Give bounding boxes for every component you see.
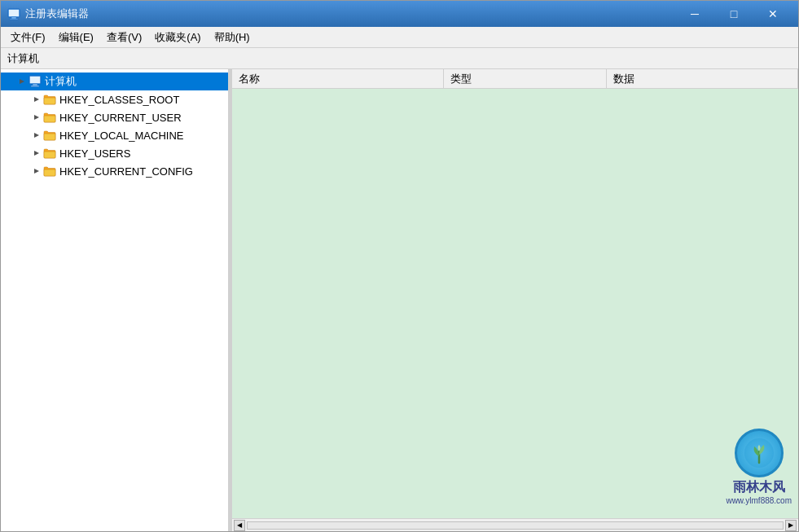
content-area[interactable]: 雨林木风 www.ylmf888.com bbox=[232, 89, 798, 518]
column-headers: 名称 类型 数据 bbox=[232, 69, 798, 89]
menu-view[interactable]: 查看(V) bbox=[100, 28, 148, 47]
tree-item-classes-root[interactable]: HKEY_CLASSES_ROOT bbox=[1, 90, 228, 108]
tree-expand-current-config[interactable] bbox=[30, 165, 43, 178]
minimize-button[interactable]: ─ bbox=[676, 3, 713, 24]
svg-rect-7 bbox=[33, 84, 37, 86]
folder-icon-classes-root bbox=[43, 93, 56, 106]
title-bar-controls: ─ □ ✕ bbox=[676, 3, 792, 24]
tree-expand-users[interactable] bbox=[30, 147, 43, 160]
folder-icon-local-machine bbox=[43, 129, 56, 142]
computer-icon bbox=[29, 75, 42, 88]
watermark-text-main: 雨林木风 bbox=[733, 479, 785, 496]
folder-icon-current-user bbox=[43, 111, 56, 124]
svg-marker-13 bbox=[34, 169, 39, 174]
col-header-type[interactable]: 类型 bbox=[444, 69, 607, 88]
svg-rect-2 bbox=[10, 19, 18, 20]
tree-item-current-config[interactable]: HKEY_CURRENT_CONFIG bbox=[1, 162, 228, 180]
main-content: 计算机 HKEY_CLASSES_ROOT bbox=[1, 69, 798, 531]
scroll-left-arrow[interactable]: ◀ bbox=[234, 520, 245, 531]
tree-item-root[interactable]: 计算机 bbox=[1, 73, 228, 90]
h-scrollbar[interactable]: ◀ ▶ bbox=[232, 518, 798, 531]
right-panel: 名称 类型 数据 bbox=[232, 69, 798, 531]
tree-label-local-machine: HKEY_LOCAL_MACHINE bbox=[59, 130, 183, 142]
scroll-right-arrow[interactable]: ▶ bbox=[785, 520, 797, 531]
folder-icon-users bbox=[43, 147, 56, 160]
address-text: 计算机 bbox=[7, 51, 39, 66]
scroll-track[interactable] bbox=[247, 521, 784, 530]
tree-label-current-config: HKEY_CURRENT_CONFIG bbox=[59, 165, 193, 178]
folder-icon-current-config bbox=[43, 165, 56, 178]
tree-label-current-user: HKEY_CURRENT_USER bbox=[59, 112, 182, 124]
col-header-name[interactable]: 名称 bbox=[232, 69, 444, 88]
svg-marker-11 bbox=[34, 133, 39, 138]
svg-marker-12 bbox=[34, 151, 39, 156]
menu-favorites[interactable]: 收藏夹(A) bbox=[148, 28, 207, 47]
app-icon bbox=[7, 7, 20, 20]
svg-rect-3 bbox=[9, 10, 19, 16]
tree-expand-classes-root[interactable] bbox=[30, 93, 43, 106]
title-bar: 注册表编辑器 ─ □ ✕ bbox=[1, 1, 798, 27]
maximize-button[interactable]: □ bbox=[715, 3, 753, 24]
watermark: 雨林木风 www.ylmf888.com bbox=[726, 429, 792, 505]
tree-item-users[interactable]: HKEY_USERS bbox=[1, 144, 228, 162]
svg-rect-6 bbox=[30, 77, 40, 83]
tree-label-classes-root: HKEY_CLASSES_ROOT bbox=[59, 94, 179, 106]
tree-panel: 计算机 HKEY_CLASSES_ROOT bbox=[1, 69, 229, 531]
svg-marker-4 bbox=[20, 79, 24, 84]
col-header-data[interactable]: 数据 bbox=[607, 69, 798, 88]
tree-root-label: 计算机 bbox=[45, 74, 77, 89]
window-title: 注册表编辑器 bbox=[25, 7, 89, 21]
close-button[interactable]: ✕ bbox=[754, 3, 792, 24]
menu-file[interactable]: 文件(F) bbox=[4, 28, 52, 47]
title-bar-left: 注册表编辑器 bbox=[7, 7, 89, 21]
tree-label-users: HKEY_USERS bbox=[59, 147, 130, 160]
tree-item-local-machine[interactable]: HKEY_LOCAL_MACHINE bbox=[1, 126, 228, 144]
main-window: 注册表编辑器 ─ □ ✕ 文件(F) 编辑(E) 查看(V) 收藏夹(A) 帮助… bbox=[0, 0, 799, 532]
svg-rect-1 bbox=[11, 17, 16, 19]
menu-edit[interactable]: 编辑(E) bbox=[52, 28, 100, 47]
svg-marker-9 bbox=[34, 97, 39, 102]
watermark-text-sub: www.ylmf888.com bbox=[726, 496, 792, 505]
address-bar: 计算机 bbox=[1, 48, 798, 69]
tree-expand-local-machine[interactable] bbox=[30, 129, 43, 142]
tree-expand-root[interactable] bbox=[15, 75, 29, 88]
svg-marker-10 bbox=[34, 115, 39, 120]
menu-help[interactable]: 帮助(H) bbox=[208, 28, 257, 47]
svg-rect-8 bbox=[31, 86, 39, 87]
watermark-logo bbox=[735, 429, 784, 477]
tree-expand-current-user[interactable] bbox=[30, 111, 43, 124]
menu-bar: 文件(F) 编辑(E) 查看(V) 收藏夹(A) 帮助(H) bbox=[1, 27, 798, 48]
tree-item-current-user[interactable]: HKEY_CURRENT_USER bbox=[1, 108, 228, 126]
